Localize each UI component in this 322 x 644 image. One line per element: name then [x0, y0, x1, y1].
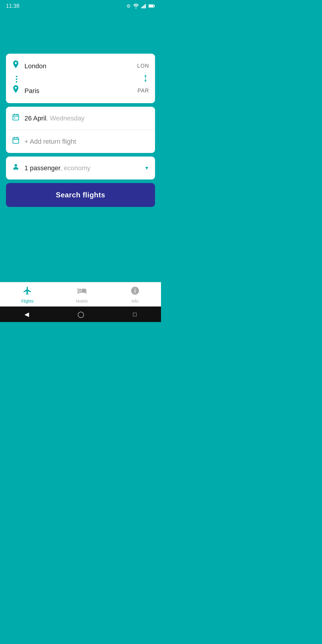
route-dots-connector	[16, 76, 17, 83]
return-date-row[interactable]: + Add return flight	[6, 130, 155, 153]
svg-rect-2	[143, 6, 143, 8]
departure-date-text: 26 April, Wednesday	[24, 114, 84, 122]
bottom-nav: Flights Hotels Info	[0, 282, 161, 306]
svg-rect-7	[149, 5, 153, 7]
date-card: 26 April, Wednesday + Add return flight	[6, 107, 155, 153]
info-nav-icon	[130, 286, 140, 298]
departure-day: , Wednesday	[46, 114, 84, 122]
destination-code: PAR	[137, 88, 149, 94]
info-nav-label: Info	[131, 299, 138, 304]
passenger-count: 1 passenger	[24, 164, 60, 172]
departure-calendar-icon	[12, 113, 20, 123]
hotels-nav-label: Hotels	[76, 299, 88, 304]
departure-date-row[interactable]: 26 April, Wednesday	[6, 107, 155, 130]
android-nav-bar: ◀ ◯ □	[0, 306, 161, 322]
origin-code: LON	[137, 63, 149, 69]
search-flights-button[interactable]: Search flights	[6, 183, 155, 207]
passenger-count-text: 1 passenger, economy	[24, 164, 144, 172]
departure-date: 26 April	[24, 114, 46, 122]
flights-nav-icon	[23, 286, 32, 298]
svg-rect-6	[154, 5, 155, 7]
recents-button[interactable]: □	[133, 311, 137, 318]
passenger-class: , economy	[60, 164, 91, 172]
svg-point-0	[135, 7, 137, 8]
svg-rect-13	[13, 138, 19, 143]
passenger-icon	[12, 163, 20, 173]
svg-rect-4	[145, 4, 146, 8]
svg-rect-8	[13, 114, 19, 120]
nav-item-info[interactable]: Info	[130, 286, 140, 304]
destination-row[interactable]: Paris PAR	[6, 78, 155, 103]
origin-city: London	[24, 62, 137, 70]
passenger-card[interactable]: 1 passenger, economy ▼	[6, 157, 155, 179]
nav-item-hotels[interactable]: Hotels	[76, 286, 88, 304]
main-content: London LON Paris PAR	[0, 48, 161, 207]
back-button[interactable]: ◀	[24, 311, 29, 318]
svg-rect-12	[14, 117, 15, 118]
status-time: 11:38	[6, 3, 19, 9]
status-icons: ⚙	[126, 3, 155, 9]
wifi-icon	[133, 4, 139, 8]
settings-icon: ⚙	[126, 3, 131, 9]
origin-row[interactable]: London LON	[6, 54, 155, 78]
return-calendar-icon	[12, 137, 20, 146]
battery-icon	[148, 4, 155, 8]
destination-city: Paris	[24, 87, 137, 95]
route-card: London LON Paris PAR	[6, 54, 155, 103]
signal-icon	[141, 4, 146, 8]
nav-item-flights[interactable]: Flights	[21, 286, 33, 304]
svg-rect-1	[141, 7, 142, 8]
origin-pin-icon	[12, 60, 20, 72]
swap-button[interactable]	[142, 74, 149, 83]
return-date-text: + Add return flight	[24, 138, 76, 145]
svg-point-17	[15, 164, 17, 167]
destination-pin-icon	[12, 85, 20, 97]
hotels-nav-icon	[77, 286, 87, 298]
home-button[interactable]: ◯	[78, 311, 84, 318]
flights-nav-label: Flights	[21, 299, 33, 304]
status-bar: 11:38 ⚙	[0, 0, 161, 12]
passenger-dropdown-icon: ▼	[144, 165, 149, 171]
svg-rect-3	[144, 5, 145, 8]
